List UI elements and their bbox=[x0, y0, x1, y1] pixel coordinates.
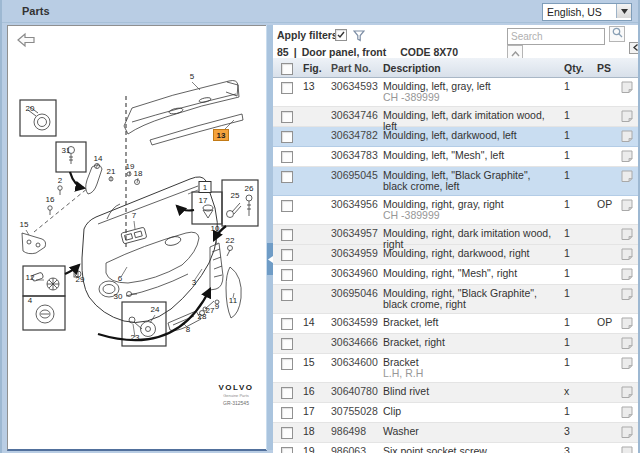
part-description: Moulding, right, darkwood, right bbox=[379, 245, 555, 261]
diagram-callout-30[interactable]: 30 bbox=[114, 292, 123, 301]
diagram-callout-5[interactable]: 5 bbox=[190, 72, 195, 81]
diagram-callout-8[interactable]: 8 bbox=[186, 325, 191, 334]
language-select-value: English, US bbox=[547, 6, 602, 18]
table-row[interactable]: 30634959Moulding, right, darkwood, right… bbox=[273, 245, 640, 265]
row-checkbox[interactable] bbox=[281, 171, 293, 183]
diagram-callout-18[interactable]: 18 bbox=[134, 169, 143, 178]
page-icon[interactable] bbox=[617, 196, 640, 216]
language-select[interactable]: English, US bbox=[542, 3, 632, 21]
fig-number bbox=[299, 245, 327, 250]
op-badge bbox=[587, 354, 617, 359]
dropdown-arrow-icon[interactable] bbox=[616, 4, 631, 18]
table-row[interactable]: 1630640780Blind rivetx bbox=[273, 383, 640, 403]
part-number: 30634746 bbox=[327, 107, 379, 123]
page-icon[interactable] bbox=[617, 403, 640, 423]
row-checkbox[interactable] bbox=[281, 289, 293, 301]
page-icon[interactable] bbox=[617, 147, 640, 167]
row-checkbox[interactable] bbox=[281, 427, 293, 439]
table-row[interactable]: 30695046Moulding, right, "Black Graphite… bbox=[273, 285, 640, 314]
diagram-callout-26[interactable]: 26 bbox=[245, 184, 254, 193]
table-row[interactable]: 30634746Moulding, left, dark imitation w… bbox=[273, 107, 640, 127]
page-icon[interactable] bbox=[617, 127, 640, 147]
diagram-callout-13[interactable]: 13 bbox=[217, 131, 226, 140]
diagram-callout-1[interactable]: 1 bbox=[203, 183, 208, 192]
diagram-callout-6[interactable]: 6 bbox=[118, 274, 123, 283]
table-row[interactable]: 30634666Bracket, right1 bbox=[273, 334, 640, 354]
part-description: Moulding, left, gray, leftCH -389999 bbox=[379, 78, 555, 105]
table-row[interactable]: 18986498Washer3 bbox=[273, 423, 640, 443]
diagram-callout-31[interactable]: 31 bbox=[62, 146, 71, 155]
row-checkbox[interactable] bbox=[281, 111, 293, 123]
collapse-panel-button[interactable] bbox=[629, 42, 640, 54]
diagram-callout-25[interactable]: 25 bbox=[231, 191, 240, 200]
row-checkbox[interactable] bbox=[281, 131, 293, 143]
search-input[interactable] bbox=[507, 28, 605, 45]
row-checkbox[interactable] bbox=[281, 338, 293, 350]
page-icon[interactable] bbox=[617, 354, 640, 374]
table-row[interactable]: 30695045Moulding, left, "Black Graphite"… bbox=[273, 167, 640, 196]
diagram-callout-3[interactable]: 3 bbox=[192, 278, 197, 287]
page-icon[interactable] bbox=[617, 314, 640, 334]
diagram-callout-21[interactable]: 21 bbox=[107, 167, 116, 176]
table-row[interactable]: 30634782Moulding, left, darkwood, left1 bbox=[273, 127, 640, 147]
row-checkbox[interactable] bbox=[281, 407, 293, 419]
op-badge bbox=[587, 127, 617, 132]
diagram-callout-15[interactable]: 15 bbox=[20, 220, 29, 229]
row-checkbox[interactable] bbox=[281, 387, 293, 399]
page-icon[interactable] bbox=[617, 225, 640, 245]
row-checkbox[interactable] bbox=[281, 269, 293, 281]
fig-number: 14 bbox=[299, 314, 327, 330]
diagram-callout-11[interactable]: 11 bbox=[229, 296, 238, 305]
diagram-callout-10[interactable]: 10 bbox=[211, 224, 220, 233]
select-all-checkbox[interactable] bbox=[281, 63, 293, 75]
page-icon[interactable] bbox=[617, 423, 640, 443]
part-number: 30634782 bbox=[327, 127, 379, 143]
page-icon[interactable] bbox=[617, 334, 640, 354]
page-icon[interactable] bbox=[617, 443, 640, 453]
row-checkbox[interactable] bbox=[281, 358, 293, 370]
part-description: Moulding, right, "Black Graphite", black… bbox=[379, 285, 555, 312]
diagram-callout-4[interactable]: 4 bbox=[28, 296, 33, 305]
table-row[interactable]: 1430634599Bracket, left1OP bbox=[273, 314, 640, 334]
row-checkbox[interactable] bbox=[281, 447, 293, 453]
diagram-callout-17[interactable]: 17 bbox=[199, 196, 208, 205]
diagram-callout-14[interactable]: 14 bbox=[94, 154, 103, 163]
diagram-callout-7[interactable]: 7 bbox=[132, 211, 137, 220]
page-icon[interactable] bbox=[617, 107, 640, 127]
page-icon[interactable] bbox=[617, 265, 640, 285]
diagram-callout-24[interactable]: 24 bbox=[151, 305, 160, 314]
part-description: Bracket, right bbox=[379, 334, 555, 350]
table-row[interactable]: 30634956Moulding, right, gray, rightCH -… bbox=[273, 196, 640, 225]
row-checkbox[interactable] bbox=[281, 318, 293, 330]
row-checkbox[interactable] bbox=[281, 229, 293, 241]
search-button[interactable] bbox=[609, 26, 625, 42]
table-row[interactable]: 30634957Moulding, right, dark imitation … bbox=[273, 225, 640, 245]
row-checkbox[interactable] bbox=[281, 249, 293, 261]
table-row[interactable]: 30634960Moulding, right, "Mesh", right1 bbox=[273, 265, 640, 285]
table-row[interactable]: 1730755028Clip1 bbox=[273, 403, 640, 423]
diagram-callout-16[interactable]: 16 bbox=[46, 195, 55, 204]
diagram-callout-20[interactable]: 20 bbox=[26, 104, 35, 113]
apply-filters-checkbox[interactable] bbox=[335, 29, 347, 41]
page-icon[interactable] bbox=[617, 383, 640, 403]
back-arrow-icon[interactable] bbox=[18, 34, 34, 46]
page-icon[interactable] bbox=[617, 285, 640, 305]
table-row[interactable]: 1330634593Moulding, left, gray, leftCH -… bbox=[273, 78, 640, 107]
filter-funnel-icon[interactable] bbox=[353, 28, 365, 46]
diagram-callout-29[interactable]: 29 bbox=[76, 275, 85, 284]
diagram-callout-27[interactable]: 27 bbox=[206, 306, 215, 315]
diagram-callout-23[interactable]: 23 bbox=[131, 333, 140, 342]
row-checkbox[interactable] bbox=[281, 200, 293, 212]
row-checkbox[interactable] bbox=[281, 151, 293, 163]
table-row[interactable]: 30634783Moulding, left, "Mesh", left1 bbox=[273, 147, 640, 167]
page-icon[interactable] bbox=[617, 78, 640, 98]
diagram-callout-12[interactable]: 12 bbox=[26, 273, 35, 282]
diagram-callout-2[interactable]: 2 bbox=[58, 176, 63, 185]
table-row[interactable]: 19986063Six point socket screw3 bbox=[273, 443, 640, 453]
page-icon[interactable] bbox=[617, 167, 640, 187]
diagram-callout-9[interactable]: 9 bbox=[215, 302, 220, 311]
page-icon[interactable] bbox=[617, 245, 640, 265]
row-checkbox[interactable] bbox=[281, 82, 293, 94]
diagram-callout-22[interactable]: 22 bbox=[226, 236, 235, 245]
table-row[interactable]: 1530634600BracketL.H, R.H1 bbox=[273, 354, 640, 383]
